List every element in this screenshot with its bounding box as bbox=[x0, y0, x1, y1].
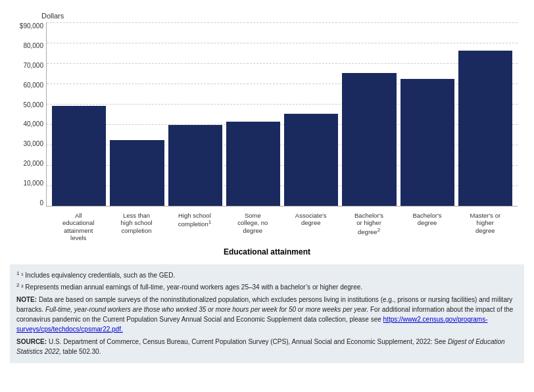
y-tick-40000: 40,000 bbox=[23, 120, 43, 128]
source-text2: table 502.30. bbox=[63, 348, 101, 355]
x-label-less-than-hs: Less thanhigh schoolcompletion bbox=[109, 212, 163, 242]
bar-group-all-levels bbox=[52, 106, 106, 206]
source-line: SOURCE: U.S. Department of Commerce, Cen… bbox=[16, 337, 518, 356]
y-tick-20000: 20,000 bbox=[23, 160, 43, 167]
x-label-bachelors: Bachelor'sdegree bbox=[400, 212, 454, 242]
y-axis-label: Dollars bbox=[41, 12, 524, 20]
source-label: SOURCE: bbox=[16, 338, 47, 345]
bar-bachelors bbox=[400, 79, 454, 206]
bar-all-levels bbox=[52, 106, 106, 206]
y-tick-70000: 70,000 bbox=[23, 62, 43, 69]
bar-less-than-hs bbox=[110, 140, 164, 206]
x-axis-title: Educational attainment bbox=[10, 247, 524, 257]
bar-masters-higher bbox=[458, 51, 512, 206]
x-label-masters-higher: Master's orhigherdegree bbox=[458, 212, 512, 242]
y-tick-80000: 80,000 bbox=[23, 42, 43, 49]
y-tick-30000: 30,000 bbox=[23, 140, 43, 147]
bar-group-less-than-hs bbox=[110, 140, 164, 206]
x-label-some-college: Somecollege, nodegree bbox=[226, 212, 279, 242]
y-tick-10000: 10,000 bbox=[23, 180, 43, 187]
bar-hs-completion bbox=[168, 125, 222, 206]
bar-group-hs-completion bbox=[168, 125, 222, 206]
footnote1: 1 ¹ Includes equivalency credentials, su… bbox=[16, 270, 518, 280]
x-label-bachelors-higher: Bachelor'sor higherdegree2 bbox=[342, 212, 396, 242]
bar-group-associates bbox=[284, 114, 338, 206]
bar-group-masters-higher bbox=[458, 51, 512, 206]
notes-section: 1 ¹ Includes equivalency credentials, su… bbox=[10, 264, 524, 364]
y-tick-50000: 50,000 bbox=[23, 101, 43, 109]
source-text: U.S. Department of Commerce, Census Bure… bbox=[49, 338, 448, 345]
x-label-all-levels: Alleducationalattainmentlevels bbox=[51, 212, 105, 242]
bar-group-bachelors-higher bbox=[342, 73, 396, 206]
footnote2: 2 ² Represents median annual earnings of… bbox=[16, 282, 518, 292]
y-tick-60000: 60,000 bbox=[23, 82, 43, 89]
bar-group-bachelors bbox=[400, 79, 454, 206]
bar-bachelors-higher bbox=[342, 73, 396, 206]
bar-some-college bbox=[226, 122, 280, 206]
chart-area: Dollars $90,000 80,000 70,000 60,000 50,… bbox=[10, 7, 524, 257]
note-italic: Full-time, year-round workers are those … bbox=[45, 306, 368, 313]
y-tick-0: 0 bbox=[39, 199, 43, 207]
note-main: NOTE: Data are based on sample surveys o… bbox=[16, 295, 518, 334]
bar-group-some-college bbox=[226, 122, 280, 206]
x-label-associates: Associate'sdegree bbox=[284, 212, 338, 242]
bar-associates bbox=[284, 114, 338, 206]
x-label-hs-completion: High schoolcompletion1 bbox=[168, 212, 222, 242]
y-tick-90000: $90,000 bbox=[20, 22, 43, 30]
note-label: NOTE: bbox=[16, 296, 37, 303]
